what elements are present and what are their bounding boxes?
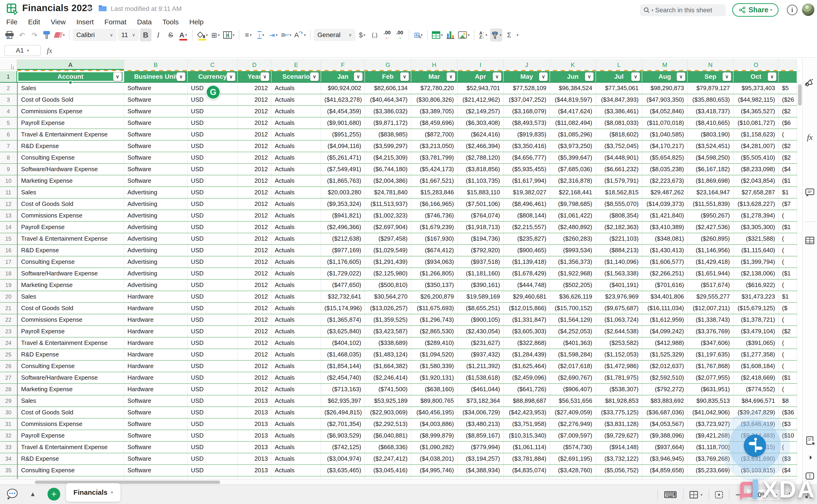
cell-G22[interactable]: ($1,359,525) bbox=[365, 314, 411, 325]
cell-partial11[interactable]: $1 bbox=[779, 187, 797, 198]
filter-dropdown-F[interactable]: ∨ bbox=[354, 72, 362, 81]
cell-L22[interactable]: ($1,063,724) bbox=[596, 314, 642, 325]
cell-A20[interactable]: Sales bbox=[17, 291, 124, 302]
cell-I8[interactable]: ($2,788,120) bbox=[458, 152, 504, 163]
header-cell-J1[interactable]: May∨ bbox=[504, 71, 550, 82]
cell-E14[interactable]: Actuals bbox=[271, 222, 321, 233]
cell-L25[interactable]: ($1,152,053) bbox=[596, 349, 642, 360]
column-header-K[interactable]: K bbox=[550, 59, 596, 70]
cell-L13[interactable]: ($808,354) bbox=[596, 210, 642, 221]
cell-K25[interactable]: ($1,598,284) bbox=[550, 349, 596, 360]
cell-K32[interactable]: ($7,009,597) bbox=[550, 430, 596, 441]
row-header-10[interactable]: 10 bbox=[0, 175, 17, 186]
row-header-24[interactable]: 24 bbox=[0, 337, 17, 349]
cell-F33[interactable]: ($742,125) bbox=[321, 442, 365, 453]
cell-D33[interactable]: 2013 bbox=[238, 442, 271, 453]
cell-M17[interactable]: ($1,606,577) bbox=[642, 256, 688, 268]
cell-G10[interactable]: ($2,004,386) bbox=[365, 175, 411, 186]
cell-A18[interactable]: Software/Hardware Expense bbox=[17, 268, 124, 279]
cell-E30[interactable]: Actuals bbox=[271, 407, 321, 418]
cell-G25[interactable]: ($1,483,124) bbox=[365, 349, 411, 360]
column-header-L[interactable]: L bbox=[596, 59, 642, 70]
cell-A9[interactable]: Software/Hardware Expense bbox=[17, 164, 124, 175]
cell-H5[interactable]: ($8,459,696) bbox=[411, 117, 458, 129]
cell-partial30[interactable]: ($36 bbox=[779, 407, 797, 418]
cell-G2[interactable]: $82,606,134 bbox=[365, 83, 411, 94]
cell-partial22[interactable]: ( bbox=[779, 314, 797, 325]
cell-E2[interactable]: Actuals bbox=[271, 83, 321, 94]
cell-H2[interactable]: $72,780,220 bbox=[411, 83, 458, 94]
cell-G33[interactable]: ($668,336) bbox=[365, 442, 411, 453]
cell-N17[interactable]: ($1,429,418) bbox=[688, 256, 734, 268]
cell-G11[interactable]: $24,781,840 bbox=[365, 187, 411, 198]
row-header-23[interactable]: 23 bbox=[0, 326, 17, 337]
cell-C29[interactable]: USD bbox=[188, 395, 238, 406]
cell-J29[interactable]: $88,898,687 bbox=[504, 395, 550, 406]
header-cell-L1[interactable]: Jul∨ bbox=[596, 71, 642, 82]
cell-B34[interactable]: Software bbox=[124, 453, 188, 464]
cell-C33[interactable]: USD bbox=[188, 442, 238, 453]
cell-partial6[interactable]: ( bbox=[779, 129, 797, 140]
cell-F22[interactable]: ($1,365,874) bbox=[321, 314, 365, 325]
cell-G18[interactable]: ($2,125,980) bbox=[365, 268, 411, 279]
column-header-N[interactable]: N bbox=[688, 59, 734, 70]
cell-E27[interactable]: Actuals bbox=[271, 372, 321, 383]
cell-A33[interactable]: Travel & Entertainment Expense bbox=[17, 442, 124, 453]
cell-I11[interactable]: $15,883,110 bbox=[458, 187, 504, 198]
borders-button[interactable]: ⊞▾ bbox=[210, 28, 221, 41]
cell-B22[interactable]: Hardware bbox=[124, 314, 188, 325]
cell-partial18[interactable]: ($1 bbox=[779, 268, 797, 279]
cell-I12[interactable]: ($7,501,106) bbox=[458, 198, 504, 210]
cell-B5[interactable]: Software bbox=[124, 117, 188, 129]
merge-cells-button[interactable]: a▾ bbox=[222, 28, 236, 41]
cell-B26[interactable]: Hardware bbox=[124, 361, 188, 372]
cell-M25[interactable]: ($1,525,329) bbox=[642, 349, 688, 360]
cell-L5[interactable]: ($8,081,033) bbox=[596, 117, 642, 129]
cell-K30[interactable]: ($27,409,059) bbox=[550, 407, 596, 418]
row-header-14[interactable]: 14 bbox=[0, 222, 17, 233]
cell-partial23[interactable]: ($2 bbox=[779, 326, 797, 337]
cell-I22[interactable]: ($900,105) bbox=[458, 314, 504, 325]
cell-L12[interactable]: ($8,555,070) bbox=[596, 198, 642, 210]
cell-A11[interactable]: Sales bbox=[17, 187, 124, 198]
cell-J31[interactable]: ($3,751,958) bbox=[504, 419, 550, 430]
cell-J18[interactable]: ($1,678,429) bbox=[504, 268, 550, 279]
cell-partial20[interactable]: $1 bbox=[779, 291, 797, 302]
cell-D18[interactable]: 2012 bbox=[238, 268, 271, 279]
cell-A21[interactable]: Cost of Goods Sold bbox=[17, 303, 124, 314]
menu-item-data[interactable]: Data bbox=[132, 18, 157, 26]
cell-partial17[interactable]: ( bbox=[779, 256, 797, 268]
cell-partial27[interactable]: ($1 bbox=[779, 372, 797, 383]
cell-M26[interactable]: ($2,012,637) bbox=[642, 361, 688, 372]
row-header-21[interactable]: 21 bbox=[0, 303, 17, 314]
cell-N25[interactable]: ($1,197,635) bbox=[688, 349, 734, 360]
row-header-16[interactable]: 16 bbox=[0, 245, 17, 256]
cell-J5[interactable]: ($8,493,573) bbox=[504, 117, 550, 129]
cell-K8[interactable]: ($5,399,647) bbox=[550, 152, 596, 163]
cell-N29[interactable]: $90,835,513 bbox=[688, 395, 734, 406]
cell-E10[interactable]: Actuals bbox=[271, 175, 321, 186]
cell-K31[interactable]: ($2,276,949) bbox=[550, 419, 596, 430]
bold-button[interactable]: B bbox=[140, 28, 151, 41]
cell-G13[interactable]: ($1,002,323) bbox=[365, 210, 411, 221]
zoom-level-select[interactable]: 100%▾ bbox=[747, 489, 781, 501]
cell-E16[interactable]: Actuals bbox=[271, 245, 321, 256]
cell-E3[interactable]: Actuals bbox=[271, 94, 321, 105]
cell-H12[interactable]: ($6,166,965) bbox=[411, 198, 458, 210]
sheet-tab-financials[interactable]: Financials▾ bbox=[66, 483, 120, 502]
cell-F5[interactable]: ($9,901,680) bbox=[321, 117, 365, 129]
cell-B8[interactable]: Software bbox=[124, 152, 188, 163]
cell-N21[interactable]: ($12,007,211) bbox=[688, 303, 734, 314]
cell-M11[interactable]: $29,487,262 bbox=[642, 187, 688, 198]
cell-F13[interactable]: ($941,821) bbox=[321, 210, 365, 221]
menu-item-view[interactable]: View bbox=[45, 18, 71, 26]
cell-I34[interactable]: ($3,194,257) bbox=[458, 453, 504, 464]
cell-D5[interactable]: 2012 bbox=[238, 117, 271, 129]
cell-A7[interactable]: R&D Expense bbox=[17, 141, 124, 152]
cell-B11[interactable]: Advertising bbox=[124, 187, 188, 198]
search-options-caret-icon[interactable]: ▾ bbox=[652, 8, 653, 12]
favorite-star-icon[interactable]: ★ bbox=[86, 4, 93, 13]
filter-dropdown-H[interactable]: ∨ bbox=[447, 72, 455, 81]
cell-F19[interactable]: ($477,650) bbox=[321, 280, 365, 291]
cell-O28[interactable]: ($774,552) bbox=[734, 384, 779, 395]
